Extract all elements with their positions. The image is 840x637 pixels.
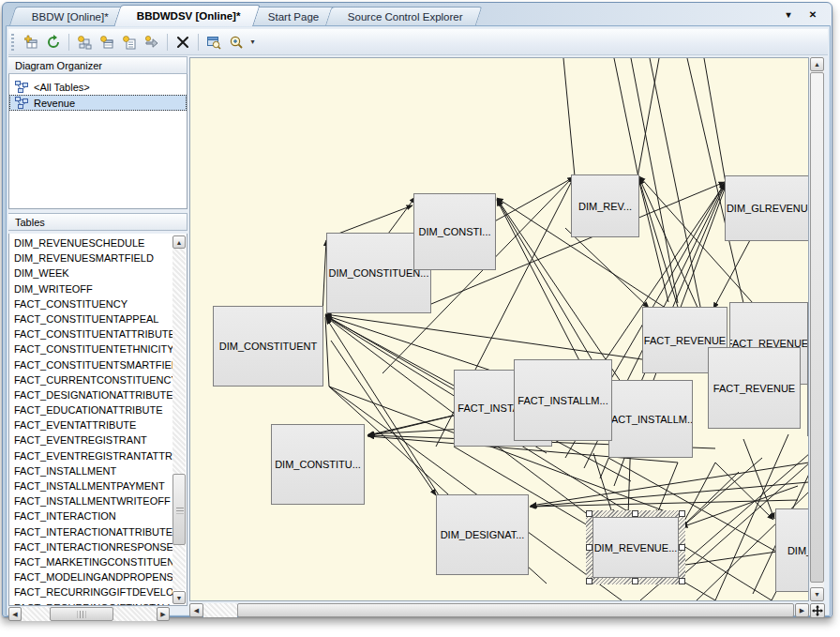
canvas-scrollbar-thumb-h[interactable] xyxy=(237,603,794,617)
canvas-scroll-left-button[interactable]: ◀ xyxy=(189,603,203,617)
tables-list-item[interactable]: FACT_EVENTATTRIBUTE xyxy=(9,417,172,432)
canvas-horizontal-scrollbar: ◀ ▶ xyxy=(189,603,809,618)
table-box-dim-consti[interactable]: DIM_CONSTI... xyxy=(413,193,496,270)
table-box-dim-n[interactable]: DIM_N xyxy=(775,508,809,592)
selection-handle[interactable] xyxy=(586,544,592,551)
selection-handle[interactable] xyxy=(586,578,592,584)
left-panel-column: Diagram Organizer <All Tables>Revenue Ta… xyxy=(8,56,188,615)
selection-handle[interactable] xyxy=(586,510,592,517)
tables-list-item[interactable]: FACT_INTERACTIONRESPONSE xyxy=(9,539,172,554)
table-box-label: DIM_REV... xyxy=(578,201,632,212)
tables-rows: DIM_REVENUESCHEDULEDIM_REVENUESMARTFIELD… xyxy=(9,235,172,605)
refresh-button[interactable] xyxy=(43,32,64,53)
tables-list-item[interactable]: FACT_INSTALLMENTWRITEOFF xyxy=(9,493,172,508)
tables-list-item[interactable]: FACT_CONSTITUENCY xyxy=(9,296,172,311)
table-box-dim-revenue-sel[interactable]: DIM_REVENUE... xyxy=(592,517,679,578)
tables-list-item[interactable]: FACT_RECURRINGGIFTDEVELOP xyxy=(9,584,172,599)
pan-diagram-button[interactable] xyxy=(810,603,825,618)
add-remove-tables-button[interactable] xyxy=(21,32,41,53)
table-box-dim-rev[interactable]: DIM_REV... xyxy=(571,174,639,237)
zoom-button[interactable] xyxy=(226,32,247,53)
left-horizontal-scrollbar: ◀ ▶ xyxy=(8,607,170,622)
new-diagram-icon xyxy=(77,35,92,50)
new-diagram-button[interactable] xyxy=(74,32,95,53)
tab-strip-controls: ▾ ✕ xyxy=(781,8,820,22)
tables-list-item[interactable]: FACT_CONSTITUENTETHNICITY xyxy=(9,341,172,356)
tables-list-item[interactable]: FACT_CONSTITUENTAPPEAL xyxy=(9,311,172,326)
new-named-query-button[interactable] xyxy=(97,32,117,53)
tables-list-item[interactable]: DIM_WEEK xyxy=(9,265,172,281)
tables-list-item[interactable]: FACT_EVENTREGISTRANT xyxy=(9,432,172,447)
document-tab-3[interactable]: Source Control Explorer xyxy=(324,7,482,26)
diagram-organizer-item-0[interactable]: <All Tables> xyxy=(9,79,187,95)
tables-list-item[interactable]: FACT_CONSTITUENTSMARTFIEL xyxy=(9,357,172,372)
tables-list-item[interactable]: FACT_INSTALLMENTPAYMENT xyxy=(9,478,172,493)
document-tab-0[interactable]: BBDW [Online]* xyxy=(9,7,128,26)
tab-label: BBDW [Online]* xyxy=(32,11,109,23)
tables-list-item[interactable]: FACT_CURRENTCONSTITUENCY xyxy=(9,372,172,387)
left-scroll-right-button[interactable]: ▶ xyxy=(157,607,170,621)
diagram-organizer-item-label: <All Tables> xyxy=(34,82,90,93)
table-box-dim-constituent[interactable]: DIM_CONSTITUENT xyxy=(213,306,323,387)
close-document-icon[interactable]: ✕ xyxy=(805,8,820,22)
tables-list-item[interactable]: FACT_INSTALLMENT xyxy=(9,463,172,478)
table-box-fact-installm-c[interactable]: FACT_INSTALLM... xyxy=(608,380,693,458)
canvas-vertical-scrollbar: ▲ ▼ xyxy=(810,57,824,601)
tables-scroll-down-button[interactable]: ▼ xyxy=(172,591,186,604)
canvas-scroll-right-button[interactable]: ▶ xyxy=(795,603,809,617)
selection-handle[interactable] xyxy=(632,510,638,517)
tables-list-item[interactable]: FACT_EDUCATIONATTRIBUTE xyxy=(9,402,172,417)
tables-list-item[interactable]: FACT_DESIGNATIONATTRIBUTE xyxy=(9,387,172,402)
navigate-button[interactable] xyxy=(142,32,162,53)
new-named-query-icon xyxy=(99,35,114,50)
table-box-label: FACT_R xyxy=(808,367,809,429)
tables-list-item[interactable]: DIM_WRITEOFF xyxy=(9,281,172,296)
left-scroll-left-button[interactable]: ◀ xyxy=(8,607,22,621)
zoom-icon xyxy=(229,35,244,50)
tables-list-item[interactable]: DIM_REVENUESCHEDULE xyxy=(9,235,172,250)
refresh-icon xyxy=(46,35,61,50)
selection-handle[interactable] xyxy=(632,578,638,584)
canvas-scroll-up-button[interactable]: ▲ xyxy=(810,57,824,71)
diagram-organizer-list[interactable]: <All Tables>Revenue xyxy=(8,74,188,209)
document-tab-strip: BBDW [Online]*BBDWDSV [Online]*Start Pag… xyxy=(12,5,775,26)
table-box-label: FACT_REVENUE xyxy=(713,383,795,394)
tables-list-item[interactable]: FACT_INTERACTIONATTRIBUTE xyxy=(9,524,172,539)
selection-handle[interactable] xyxy=(679,510,685,517)
delete-button[interactable] xyxy=(172,32,193,53)
diagram-organizer-header: Diagram Organizer xyxy=(8,56,188,74)
table-box-fact-installm-b[interactable]: FACT_INSTALLM... xyxy=(514,359,612,441)
tables-list-item[interactable]: FACT_MODELINGANDPROPENSIT xyxy=(9,569,172,584)
table-box-clipped-table[interactable]: FACT_R xyxy=(807,364,809,436)
selection-handle[interactable] xyxy=(679,544,685,551)
diagram-pane: DIM_CONSTITUENTDIM_CONSTITU...DIM_DESIGN… xyxy=(188,56,828,637)
document-tab-2[interactable]: Start Page xyxy=(246,7,338,26)
zoom-dropdown-icon[interactable]: ▾ xyxy=(248,38,258,46)
table-box-dim-glrevenue[interactable]: DIM_GLREVENUE. xyxy=(725,175,809,241)
active-files-dropdown-icon[interactable]: ▾ xyxy=(781,8,796,22)
tables-scroll-up-button[interactable]: ▲ xyxy=(172,235,186,249)
diagram-canvas[interactable]: DIM_CONSTITUENTDIM_CONSTITU...DIM_DESIGN… xyxy=(189,57,809,601)
tables-list-item[interactable]: FACT_EVENTREGISTRANTATTRI xyxy=(9,448,172,463)
canvas-scrollbar-track[interactable] xyxy=(203,603,237,617)
table-box-fact-revenue-c[interactable]: FACT_REVENUE xyxy=(708,347,801,429)
document-tab-1[interactable]: BBDWDSV [Online]* xyxy=(113,5,260,26)
toolbar-grip[interactable] xyxy=(11,34,16,51)
left-scrollbar-thumb[interactable] xyxy=(50,607,113,621)
canvas-scroll-down-button[interactable]: ▼ xyxy=(810,587,824,601)
canvas-scrollbar-thumb[interactable] xyxy=(810,72,824,583)
tables-list-item[interactable]: DIM_REVENUESMARTFIELD xyxy=(9,250,172,265)
tables-list-item[interactable]: FACT_CONSTITUENTATTRIBUTE xyxy=(9,326,172,341)
designer-content: ▾ Diagram Organizer <All Tables>Revenue … xyxy=(6,25,831,616)
find-table-button[interactable] xyxy=(203,32,224,53)
tables-list-item[interactable]: FACT_RECURRINGGIFTINSTALLM xyxy=(9,600,172,606)
diagram-organizer-item-1[interactable]: Revenue xyxy=(9,95,187,111)
new-named-calculation-button[interactable] xyxy=(119,32,140,53)
tables-list-item[interactable]: FACT_MARKETINGCONSTITUENT xyxy=(9,554,172,569)
selection-handle[interactable] xyxy=(679,578,685,584)
table-box-dim-constitu[interactable]: DIM_CONSTITU... xyxy=(271,424,365,505)
tables-list[interactable]: DIM_REVENUESCHEDULEDIM_REVENUESMARTFIELD… xyxy=(8,234,188,606)
tables-list-item[interactable]: FACT_INTERACTION xyxy=(9,508,172,523)
tables-scrollbar-thumb[interactable] xyxy=(172,474,186,545)
table-box-dim-designat[interactable]: DIM_DESIGNAT... xyxy=(436,494,529,575)
